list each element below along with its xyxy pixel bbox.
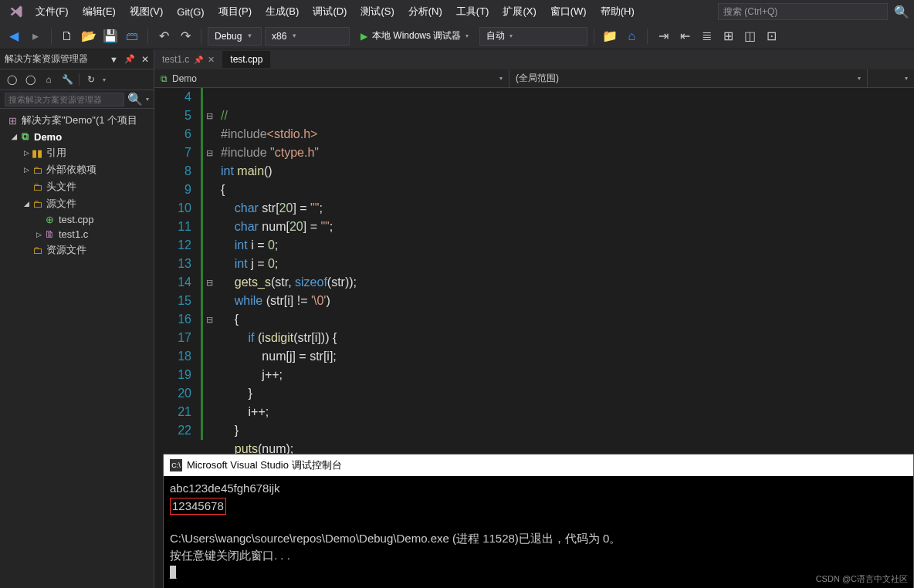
- debug-console-window: C:\ Microsoft Visual Studio 调试控制台 abc123…: [163, 454, 914, 588]
- solution-search: 🔍 ▾: [0, 90, 154, 109]
- back-icon[interactable]: ◯: [5, 73, 19, 86]
- console-titlebar[interactable]: C:\ Microsoft Visual Studio 调试控制台: [164, 455, 913, 476]
- project-node[interactable]: ◢⧉Demo: [0, 129, 154, 144]
- tab-test-cpp[interactable]: test.cpp: [222, 51, 270, 68]
- sync-icon[interactable]: 🔧: [60, 73, 74, 86]
- scope-member[interactable]: ▾: [868, 69, 914, 87]
- editor-tabs: test1.c📌✕ test.cpp: [154, 49, 914, 69]
- search-icon[interactable]: 🔍: [894, 5, 909, 19]
- tb-icon-5[interactable]: ≣: [697, 27, 716, 46]
- menu-git[interactable]: Git(G): [171, 3, 210, 21]
- solution-explorer-header: 解决方案资源管理器 ▼ 📌 ✕: [0, 49, 154, 69]
- console-exit-line: C:\Users\wangc\source\repos\Demo\Debug\D…: [170, 532, 621, 545]
- solution-tree: ⊞解决方案"Demo"(1 个项目 ◢⧉Demo ▷▮▮引用 ▷🗀外部依赖项 🗀…: [0, 109, 154, 262]
- menu-debug[interactable]: 调试(D): [306, 2, 353, 22]
- run-debugger-button[interactable]: ▶本地 Windows 调试器▾: [353, 27, 476, 46]
- file-test1-c[interactable]: ▷🗎test1.c: [0, 227, 154, 242]
- platform-combo[interactable]: x86▼: [265, 27, 350, 46]
- console-output-highlight: 12345678: [170, 498, 226, 515]
- solution-search-input[interactable]: [5, 93, 124, 106]
- save-all-button[interactable]: 🗃: [123, 27, 141, 46]
- nav-back-button[interactable]: ◀: [5, 27, 23, 46]
- file-test-cpp[interactable]: ⊕test.cpp: [0, 212, 154, 227]
- home-icon[interactable]: ⌂: [42, 73, 56, 86]
- menu-help[interactable]: 帮助(H): [594, 2, 641, 22]
- close-icon[interactable]: ✕: [141, 54, 149, 65]
- tb-icon-8[interactable]: ⊡: [762, 27, 780, 46]
- search-icon[interactable]: 🔍: [124, 92, 146, 106]
- vs-logo-icon: [5, 5, 28, 19]
- references-node[interactable]: ▷▮▮引用: [0, 144, 154, 161]
- pin-icon[interactable]: 📌: [194, 56, 203, 64]
- menu-analyze[interactable]: 分析(N): [402, 2, 449, 22]
- save-button[interactable]: 💾: [101, 27, 120, 46]
- open-button[interactable]: 📂: [80, 27, 98, 46]
- scope-global[interactable]: (全局范围)▾: [509, 69, 868, 87]
- code-navbar: ⧉Demo▾ (全局范围)▾ ▾: [154, 69, 914, 88]
- undo-button[interactable]: ↶: [154, 27, 173, 46]
- tb-icon-3[interactable]: ⇥: [654, 27, 672, 46]
- menu-test[interactable]: 测试(S): [354, 2, 400, 22]
- menu-window[interactable]: 窗口(W): [544, 2, 593, 22]
- tab-test1-c[interactable]: test1.c📌✕: [154, 51, 222, 68]
- menu-build[interactable]: 生成(B): [259, 2, 305, 22]
- tb-icon-6[interactable]: ⊞: [719, 27, 737, 46]
- redo-button[interactable]: ↷: [176, 27, 195, 46]
- menu-file[interactable]: 文件(F): [29, 2, 75, 22]
- close-icon[interactable]: ✕: [208, 55, 215, 65]
- search-placeholder: 搜索 (Ctrl+Q): [723, 5, 777, 19]
- dropdown-icon[interactable]: ▼: [110, 55, 118, 64]
- new-project-button[interactable]: 🗋: [58, 27, 76, 46]
- menu-edit[interactable]: 编辑(E): [76, 2, 122, 22]
- tb-icon-4[interactable]: ⇤: [675, 27, 694, 46]
- nav-forward-button[interactable]: ▸: [26, 27, 45, 46]
- console-input-line: abc123de45fgh678ijk: [170, 482, 280, 495]
- console-icon: C:\: [170, 459, 182, 471]
- sources-node[interactable]: ◢🗀源文件: [0, 195, 154, 212]
- main-toolbar: ◀ ▸ 🗋 📂 💾 🗃 ↶ ↷ Debug▼ x86▼ ▶本地 Windows …: [0, 23, 914, 49]
- pin-icon[interactable]: 📌: [124, 54, 135, 64]
- config-combo[interactable]: Debug▼: [208, 27, 262, 46]
- refresh-icon[interactable]: ↻: [84, 73, 98, 86]
- menu-extensions[interactable]: 扩展(X): [496, 2, 542, 22]
- solution-explorer: 解决方案资源管理器 ▼ 📌 ✕ ◯ ◯ ⌂ 🔧 ↻ ▾ 🔍 ▾ ⊞解决方案"De…: [0, 49, 154, 588]
- play-icon: ▶: [361, 31, 367, 42]
- menu-view[interactable]: 视图(V): [124, 2, 169, 22]
- resources-node[interactable]: 🗀资源文件: [0, 242, 154, 259]
- auto-combo[interactable]: 自动▾: [479, 27, 587, 46]
- external-deps-node[interactable]: ▷🗀外部依赖项: [0, 161, 154, 178]
- solution-explorer-title: 解决方案资源管理器: [5, 52, 107, 66]
- solution-root[interactable]: ⊞解决方案"Demo"(1 个项目: [0, 112, 154, 129]
- scope-project[interactable]: ⧉Demo▾: [154, 69, 509, 87]
- tb-icon-2[interactable]: ⌂: [622, 27, 641, 46]
- menu-tools[interactable]: 工具(T): [450, 2, 496, 22]
- solution-toolbar: ◯ ◯ ⌂ 🔧 ↻ ▾: [0, 69, 154, 90]
- tb-icon-1[interactable]: 📁: [601, 27, 619, 46]
- console-title-text: Microsoft Visual Studio 调试控制台: [187, 458, 342, 472]
- console-prompt-line: 按任意键关闭此窗口. . .: [170, 549, 290, 562]
- watermark: CSDN @C语言中文社区: [816, 573, 908, 585]
- console-output: abc123de45fgh678ijk 12345678 C:\Users\wa…: [164, 476, 913, 588]
- global-search[interactable]: 搜索 (Ctrl+Q): [718, 3, 888, 20]
- tb-icon-7[interactable]: ◫: [740, 27, 759, 46]
- menu-project[interactable]: 项目(P): [212, 2, 258, 22]
- forward-icon[interactable]: ◯: [23, 73, 37, 86]
- menu-bar: 文件(F) 编辑(E) 视图(V) Git(G) 项目(P) 生成(B) 调试(…: [0, 0, 914, 23]
- headers-node[interactable]: 🗀头文件: [0, 178, 154, 195]
